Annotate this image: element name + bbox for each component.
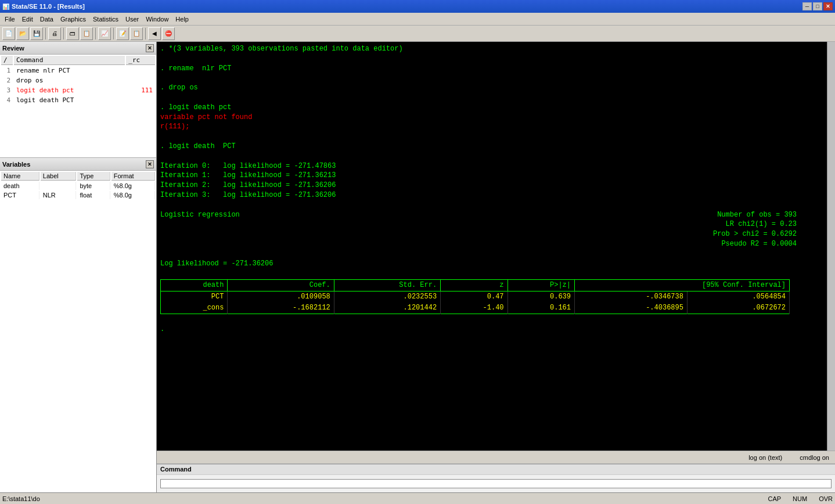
toolbar-separator-1 xyxy=(45,28,46,39)
result-line-blank5 xyxy=(160,152,832,161)
stop-button[interactable]: ⛔ xyxy=(162,27,175,40)
save-button[interactable]: 💾 xyxy=(30,27,43,40)
menu-help[interactable]: Help xyxy=(172,15,192,24)
status-num: NUM xyxy=(793,495,807,502)
review-close-button[interactable]: ✕ xyxy=(146,44,154,52)
reg-cell-0: PCT xyxy=(161,291,228,302)
review-table-row[interactable]: 4logit death PCT xyxy=(1,96,155,105)
result-line-logit2: . logit death PCT xyxy=(160,142,832,152)
results-bottom-bar: log on (text) cmdlog on xyxy=(157,451,835,463)
result-line-blank1 xyxy=(160,54,832,64)
print-button[interactable]: 🖨 xyxy=(48,27,61,40)
result-line-blank7 xyxy=(160,249,832,259)
stat-numobs: Number of obs = 393 xyxy=(713,210,797,220)
command-area: Command xyxy=(157,463,835,492)
status-ovr: OVR xyxy=(819,495,833,502)
minimize-button[interactable]: ─ xyxy=(802,2,812,10)
var-cell-format: %8.0g xyxy=(111,182,155,190)
review-table-body: 1rename nlr PCT2drop os3logit death pct1… xyxy=(1,66,155,105)
back-button[interactable]: ◀ xyxy=(148,27,161,40)
result-line-rename: . rename nlr PCT xyxy=(160,64,832,74)
variables-table-row[interactable]: deathbyte%8.0g xyxy=(1,182,155,190)
var-cell-label xyxy=(41,182,77,190)
maximize-button[interactable]: □ xyxy=(813,2,822,10)
result-blank9 xyxy=(160,315,832,325)
review-row-rc xyxy=(126,76,155,85)
reg-cell-6: .0672672 xyxy=(687,303,789,314)
window-title: Stata/SE 11.0 - [Results] xyxy=(12,3,85,10)
reg-table-header: death Coef. Std. Err. z P>|z| [95% Conf.… xyxy=(161,280,790,291)
result-line-error1: variable pct not found xyxy=(160,113,832,123)
open-file-button[interactable]: 📂 xyxy=(16,27,29,40)
logistic-regression-label: Logistic regression xyxy=(160,210,240,249)
variables-close-button[interactable]: ✕ xyxy=(146,160,154,168)
new-file-button[interactable]: 📄 xyxy=(2,27,15,40)
title-bar-right: ─ □ ✕ xyxy=(802,2,833,10)
menu-data[interactable]: Data xyxy=(37,15,57,24)
title-bar-left: 📊 Stata/SE 11.0 - [Results] xyxy=(2,3,85,10)
reg-cell-4: 0.639 xyxy=(508,291,574,302)
review-col-num: / xyxy=(1,56,13,65)
variables-table-row[interactable]: PCTNLRfloat%8.0g xyxy=(1,191,155,199)
log-status: log on (text) xyxy=(748,454,782,461)
var-cell-name: PCT xyxy=(1,191,39,199)
status-right: CAP NUM OVR xyxy=(768,495,833,502)
var-cell-name: death xyxy=(1,182,39,190)
close-button[interactable]: ✕ xyxy=(823,2,833,10)
review-row-cmd: rename nlr PCT xyxy=(14,66,125,75)
menu-user[interactable]: User xyxy=(122,15,142,24)
review-table-row[interactable]: 2drop os xyxy=(1,76,155,85)
data-editor-button[interactable]: 🗃 xyxy=(66,27,79,40)
log-button[interactable]: 📋 xyxy=(130,27,143,40)
menu-file[interactable]: File xyxy=(1,15,19,24)
col-coef: Coef. xyxy=(228,280,334,291)
variables-title: Variables xyxy=(2,161,30,168)
variables-table-body: deathbyte%8.0gPCTNLRfloat%8.0g xyxy=(1,182,155,199)
var-cell-label: NLR xyxy=(41,191,77,199)
results-content: . *(3 variables, 393 observations pasted… xyxy=(157,42,835,451)
review-table-header: / Command _rc xyxy=(1,56,155,65)
menu-edit[interactable]: Edit xyxy=(19,15,37,24)
toolbar-separator-3 xyxy=(95,28,96,39)
col-ci: [95% Conf. Interval] xyxy=(575,280,790,291)
toolbar-separator-4 xyxy=(113,28,114,39)
command-input-row[interactable] xyxy=(157,475,835,492)
reg-table-row: _cons-.1682112.1201442-1.400.161-.403689… xyxy=(161,303,790,314)
command-label: Command xyxy=(157,465,835,475)
review-row-rc: 111 xyxy=(126,86,155,95)
review-table-row[interactable]: 1rename nlr PCT xyxy=(1,66,155,75)
results-panel[interactable]: . *(3 variables, 393 observations pasted… xyxy=(157,42,835,451)
var-col-label: Label xyxy=(41,172,77,181)
menu-window[interactable]: Window xyxy=(142,15,172,24)
do-file-button[interactable]: 📝 xyxy=(116,27,129,40)
data-browser-button[interactable]: 📋 xyxy=(80,27,93,40)
variables-panel: Variables ✕ Name Label Type Format death… xyxy=(0,158,156,492)
col-se: Std. Err. xyxy=(334,280,440,291)
menu-bar: File Edit Data Graphics Statistics User … xyxy=(0,13,835,26)
review-table-row[interactable]: 3logit death pct111 xyxy=(1,86,155,95)
log-likelihood-line: Log likelihood = -271.36206 xyxy=(160,259,832,269)
stat-lrchi2: LR chi2(1) = 0.23 xyxy=(713,219,797,229)
reg-cell-6: .0564854 xyxy=(687,291,789,302)
graph-button[interactable]: 📈 xyxy=(98,27,111,40)
menu-graphics[interactable]: Graphics xyxy=(57,15,89,24)
toolbar-separator-5 xyxy=(145,28,146,39)
regression-table-container: death Coef. Std. Err. z P>|z| [95% Conf.… xyxy=(160,279,832,314)
result-iter1: Iteration 1: log likelihood = -271.36213 xyxy=(160,171,832,181)
result-line-drop: . drop os xyxy=(160,83,832,93)
review-row-num: 2 xyxy=(1,76,13,85)
var-col-type: Type xyxy=(77,172,110,181)
col-z: z xyxy=(441,280,508,291)
command-input[interactable] xyxy=(160,479,832,488)
review-title: Review xyxy=(2,45,24,52)
var-cell-type: float xyxy=(77,191,110,199)
reg-cell-4: 0.161 xyxy=(508,303,574,314)
review-row-num: 1 xyxy=(1,66,13,75)
results-scrollbar[interactable] xyxy=(827,42,835,451)
toolbar: 📄 📂 💾 🖨 🗃 📋 📈 📝 📋 ◀ ⛔ xyxy=(0,26,835,42)
regression-stats: Number of obs = 393 LR chi2(1) = 0.23 Pr… xyxy=(713,210,797,249)
reg-cell-3: -1.40 xyxy=(441,303,508,314)
main-layout: Review ✕ / Command _rc 1rename nlr PCT2d… xyxy=(0,42,835,492)
menu-statistics[interactable]: Statistics xyxy=(89,15,122,24)
stat-probchi2: Prob > chi2 = 0.6292 xyxy=(713,229,797,239)
